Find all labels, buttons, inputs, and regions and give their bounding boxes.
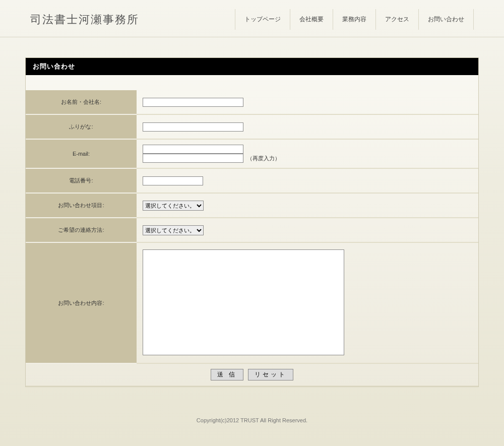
row-name: お名前・会社名: <box>26 90 478 114</box>
reset-button[interactable]: リセット <box>248 369 293 380</box>
row-tel: 電話番号: <box>26 168 478 193</box>
footer-copyright: Copyright(c)2012 TRUST All Right Reserve… <box>0 397 504 438</box>
input-email[interactable] <box>143 145 243 154</box>
label-contact-method: ご希望の連絡方法: <box>26 218 137 242</box>
row-body: お問い合わせ内容: <box>26 242 478 363</box>
textarea-body[interactable] <box>143 249 344 355</box>
main-nav: トップページ 会社概要 業務内容 アクセス お問い合わせ <box>235 9 474 30</box>
input-email-confirm[interactable] <box>143 154 243 163</box>
section-title: お問い合わせ <box>26 58 478 75</box>
row-kana: ふりがな: <box>26 114 478 139</box>
label-topic: お問い合わせ項目: <box>26 193 137 218</box>
email-note: （再度入力） <box>247 155 280 161</box>
input-kana[interactable] <box>143 122 243 132</box>
label-body: お問い合わせ内容: <box>26 242 137 363</box>
input-name[interactable] <box>143 98 243 107</box>
row-topic: お問い合わせ項目: 選択してください。 <box>26 193 478 218</box>
site-title: 司法書士河瀬事務所 <box>30 12 139 27</box>
submit-button[interactable]: 送 信 <box>211 369 243 380</box>
nav-company[interactable]: 会社概要 <box>290 9 333 30</box>
row-buttons: 送 信 リセット <box>26 363 478 386</box>
contact-form: お名前・会社名: ふりがな: E-mail: （再度入力） <box>26 75 478 387</box>
nav-contact[interactable]: お問い合わせ <box>418 9 474 30</box>
select-topic[interactable]: 選択してください。 <box>143 201 204 211</box>
label-tel: 電話番号: <box>26 168 137 193</box>
input-tel[interactable] <box>143 176 203 185</box>
nav-services[interactable]: 業務内容 <box>333 9 375 30</box>
label-email: E-mail: <box>26 139 137 168</box>
row-email: E-mail: （再度入力） <box>26 139 478 168</box>
nav-access[interactable]: アクセス <box>375 9 418 30</box>
content-panel: お問い合わせ お名前・会社名: ふりがな: E-mail: （再度 <box>25 57 479 387</box>
nav-top[interactable]: トップページ <box>235 9 290 30</box>
label-name: お名前・会社名: <box>26 90 137 114</box>
select-contact-method[interactable]: 選択してください。 <box>143 225 204 235</box>
header: 司法書士河瀬事務所 トップページ 会社概要 業務内容 アクセス お問い合わせ <box>0 0 504 37</box>
label-kana: ふりがな: <box>26 114 137 139</box>
row-contact-method: ご希望の連絡方法: 選択してください。 <box>26 218 478 242</box>
